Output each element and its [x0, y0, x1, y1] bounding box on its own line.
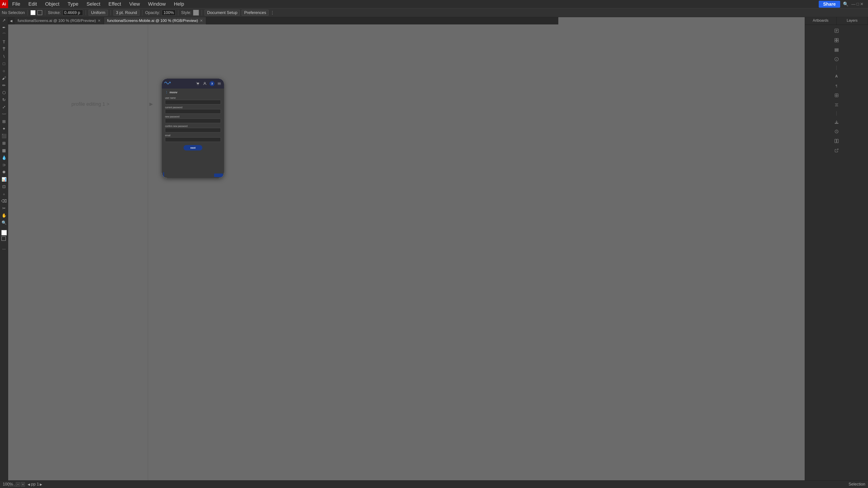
menu-select[interactable]: Select: [83, 0, 104, 8]
current-password-input[interactable]: [165, 109, 221, 113]
share-button[interactable]: Share: [819, 1, 840, 8]
curvature-tool[interactable]: ⌒: [1, 32, 7, 38]
next-arrow-icon: ▶: [149, 101, 153, 107]
artboards-tab[interactable]: Artboards: [805, 17, 837, 25]
shaper-tool[interactable]: ⬡: [1, 90, 7, 96]
svg-rect-13: [835, 51, 838, 52]
rect-tool[interactable]: □: [1, 61, 7, 67]
eyedropper-tool[interactable]: 💧: [1, 155, 7, 161]
mesh-tool[interactable]: ⊞: [1, 140, 7, 147]
next-artboard-btn[interactable]: ▶: [40, 483, 42, 486]
pen-tool[interactable]: ✒: [1, 24, 7, 31]
more-tools-icon[interactable]: ···: [1, 246, 7, 252]
form-group-username: user name: [165, 97, 221, 104]
search-icon[interactable]: 🔍: [843, 1, 848, 7]
menu-edit[interactable]: Edit: [24, 0, 41, 8]
history-icon[interactable]: [833, 127, 841, 135]
menu-help[interactable]: Help: [170, 0, 188, 8]
confirm-password-label: confirm new password: [165, 125, 221, 127]
paragraph-panel-icon[interactable]: ¶: [833, 82, 841, 90]
uniform-btn[interactable]: Uniform: [89, 10, 108, 15]
tab-close-mobile-icon[interactable]: ✕: [200, 19, 203, 23]
touch-type-tool[interactable]: T̈: [1, 46, 7, 53]
tab-close-icon[interactable]: ✕: [98, 19, 101, 23]
stroke-swatch[interactable]: [37, 10, 42, 15]
artboard-tool[interactable]: ⊡: [1, 184, 7, 190]
transform-icon[interactable]: [833, 91, 841, 99]
perspective-tool[interactable]: ⬛: [1, 133, 7, 139]
properties-icon[interactable]: [833, 27, 841, 35]
new-password-input[interactable]: [165, 119, 221, 123]
zoom-controls: − +: [16, 482, 25, 487]
selection-status: Selection: [848, 482, 865, 487]
hamburger-menu-icon[interactable]: [217, 81, 222, 86]
align-icon[interactable]: [833, 101, 841, 109]
external-link-icon[interactable]: [833, 147, 841, 155]
zoom-in-btn[interactable]: +: [21, 482, 25, 487]
scissors-tool[interactable]: ✂: [1, 205, 7, 212]
form-group-confirm-password: confirm new password: [165, 125, 221, 133]
menu-view[interactable]: View: [125, 0, 144, 8]
ellipse-tool[interactable]: ○: [1, 68, 7, 74]
artboards-panel-icon[interactable]: [833, 36, 841, 44]
warp-tool[interactable]: 〰: [1, 111, 7, 118]
column-graph-tool[interactable]: 📊: [1, 176, 7, 183]
phone-nav: 3: [162, 78, 224, 89]
type-tool[interactable]: T: [1, 39, 7, 45]
stroke-color[interactable]: [1, 236, 7, 242]
document-setup-btn[interactable]: Document Setup: [205, 10, 240, 15]
user-icon[interactable]: [202, 81, 207, 86]
collapse-panel-icon[interactable]: ◀: [8, 17, 14, 24]
eraser-tool[interactable]: ⌫: [1, 198, 7, 204]
rotate-tool[interactable]: ↻: [1, 97, 7, 103]
menu-window[interactable]: Window: [144, 0, 170, 8]
separator2: [45, 10, 45, 15]
style-swatch[interactable]: [193, 10, 199, 15]
tab-functional-screens[interactable]: functionalScreens.ai @ 100 % (RGB/Previe…: [14, 17, 104, 24]
menu-effect[interactable]: Effect: [104, 0, 125, 8]
fill-swatch[interactable]: [31, 10, 35, 15]
style-label: Style:: [181, 10, 191, 15]
symbol-sprayer-tool[interactable]: ✱: [1, 169, 7, 175]
zoom-tool[interactable]: 🔍: [1, 220, 7, 226]
username-label: user name: [165, 97, 221, 99]
menu-file[interactable]: File: [8, 0, 24, 8]
line-tool[interactable]: \: [1, 53, 7, 60]
confirm-password-input[interactable]: [165, 128, 221, 132]
direct-select-tool[interactable]: ↗: [1, 17, 7, 24]
cart-icon[interactable]: [195, 81, 200, 86]
preferences-btn[interactable]: Preferences: [242, 10, 269, 15]
scale-tool[interactable]: ⤢: [1, 104, 7, 110]
window-controls: — □ ✕: [851, 2, 864, 6]
character-panel-icon[interactable]: A: [833, 72, 841, 80]
layers-tab[interactable]: Layers: [837, 17, 868, 25]
app-logo: Ai: [0, 0, 8, 8]
menu-type[interactable]: Type: [64, 0, 83, 8]
free-transform-tool[interactable]: ⊞: [1, 119, 7, 125]
prev-artboard-btn[interactable]: ◀: [28, 483, 30, 486]
username-input[interactable]: [165, 100, 221, 104]
export-icon[interactable]: [833, 118, 841, 126]
blend-tool[interactable]: ⊃: [1, 162, 7, 168]
puppet-warp-tool[interactable]: ✦: [1, 126, 7, 132]
gradient-tool[interactable]: ▦: [1, 147, 7, 154]
opacity-input[interactable]: [162, 10, 176, 15]
menu-bar: Ai File Edit Object Type Select Effect V…: [0, 0, 868, 8]
stroke-input[interactable]: [63, 10, 83, 15]
more-options-icon[interactable]: ⋮: [270, 10, 274, 15]
pencil-tool[interactable]: ✏: [1, 82, 7, 89]
paintbrush-tool[interactable]: 🖌: [1, 75, 7, 81]
next-button[interactable]: next: [184, 145, 202, 151]
hand-tool[interactable]: ✋: [1, 213, 7, 219]
layers-panel-icon[interactable]: [833, 46, 841, 54]
menu-object[interactable]: Object: [41, 0, 64, 8]
email-input[interactable]: [165, 137, 221, 142]
libraries-icon[interactable]: [833, 137, 841, 145]
current-password-label: current password: [165, 106, 221, 109]
fill-color[interactable]: [1, 230, 7, 235]
pt-round-btn[interactable]: 3 pt. Round: [114, 10, 140, 15]
stroke-label: Stroke:: [48, 10, 61, 15]
tab-functional-screens-mobile[interactable]: functionalScreens-Mobile.ai @ 100 % (RGB…: [104, 17, 206, 24]
info-panel-icon[interactable]: [833, 55, 841, 63]
slice-tool[interactable]: ⬦: [1, 191, 7, 197]
